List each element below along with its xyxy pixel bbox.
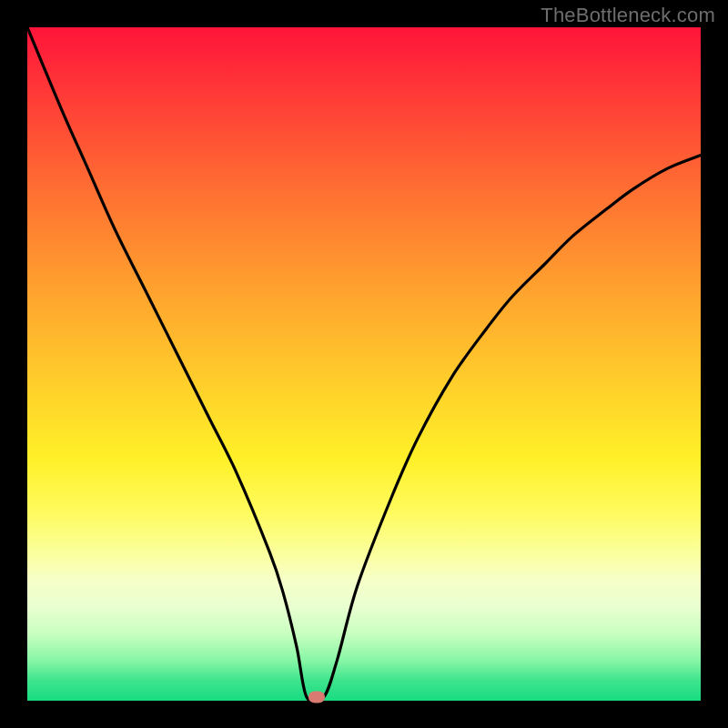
optimal-point-marker (308, 692, 325, 703)
watermark-text: TheBottleneck.com (541, 4, 715, 27)
bottleneck-curve (27, 27, 701, 701)
chart-frame: TheBottleneck.com (0, 0, 728, 728)
